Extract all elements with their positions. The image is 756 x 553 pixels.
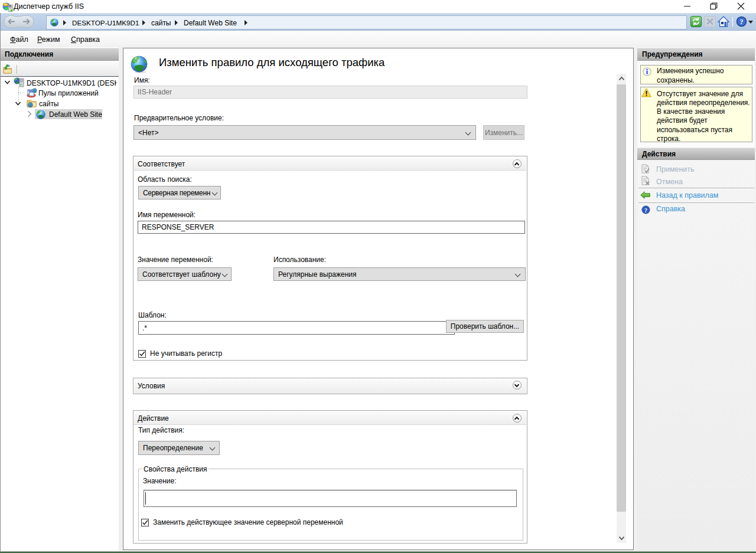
svg-text:?: ? [644,207,647,214]
svg-text:?: ? [740,18,744,26]
